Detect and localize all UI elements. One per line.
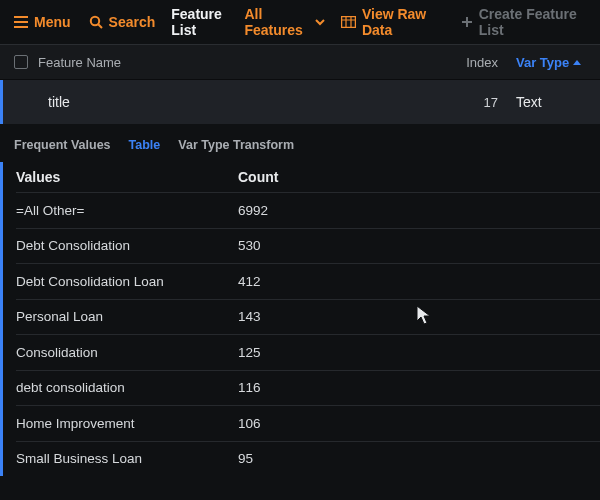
- svg-point-0: [90, 17, 98, 25]
- menu-button[interactable]: Menu: [8, 8, 77, 36]
- tab-frequent-values[interactable]: Frequent Values: [14, 138, 111, 152]
- values-cell-value: Home Improvement: [16, 416, 238, 431]
- values-cell-count: 412: [238, 274, 308, 289]
- hamburger-icon: [14, 16, 28, 28]
- feature-vartype-cell: Text: [498, 94, 586, 110]
- tab-var-type-transform[interactable]: Var Type Transform: [178, 138, 294, 152]
- create-feature-list-label: Create Feature List: [479, 6, 584, 38]
- feature-name-cell: title: [14, 94, 442, 110]
- values-cell-count: 95: [238, 451, 308, 466]
- values-row[interactable]: Consolidation125: [16, 334, 600, 370]
- feature-set-dropdown[interactable]: All Features: [244, 6, 325, 38]
- app-root: Menu Search Feature List All Features Vi…: [0, 0, 600, 500]
- col-header-var-type-label: Var Type: [516, 55, 569, 70]
- feature-row-selected[interactable]: title 17 Text: [0, 80, 600, 124]
- col-header-index[interactable]: Index: [442, 55, 498, 70]
- values-cell-value: debt consolidation: [16, 380, 238, 395]
- search-label: Search: [109, 14, 156, 30]
- values-cell-count: 6992: [238, 203, 308, 218]
- column-header-row: Feature Name Index Var Type: [0, 44, 600, 80]
- view-raw-data-label: View Raw Data: [362, 6, 443, 38]
- table-icon: [341, 16, 356, 28]
- menu-label: Menu: [34, 14, 71, 30]
- create-feature-list-button[interactable]: Create Feature List: [455, 0, 590, 44]
- values-header-values[interactable]: Values: [16, 169, 238, 185]
- values-row[interactable]: Debt Consolidation Loan412: [16, 263, 600, 299]
- values-row[interactable]: Home Improvement106: [16, 405, 600, 441]
- plus-icon: [461, 16, 473, 28]
- tab-table[interactable]: Table: [129, 138, 161, 152]
- values-cell-value: Debt Consolidation: [16, 238, 238, 253]
- view-raw-data-button[interactable]: View Raw Data: [335, 0, 449, 44]
- subtabs: Frequent Values Table Var Type Transform: [0, 124, 600, 162]
- col-header-var-type[interactable]: Var Type: [498, 55, 586, 70]
- search-button[interactable]: Search: [83, 8, 162, 36]
- sort-asc-icon: [573, 60, 581, 65]
- values-cell-count: 125: [238, 345, 308, 360]
- search-icon: [89, 15, 103, 29]
- values-row[interactable]: debt consolidation116: [16, 370, 600, 406]
- feature-list-title: Feature List: [171, 6, 238, 38]
- top-bar: Menu Search Feature List All Features Vi…: [0, 0, 600, 44]
- feature-list-title-group: Feature List All Features: [167, 0, 329, 44]
- feature-set-label: All Features: [244, 6, 310, 38]
- values-cell-count: 143: [238, 309, 308, 324]
- values-table-head: Values Count: [16, 162, 600, 192]
- values-table: Values Count =All Other=6992Debt Consoli…: [0, 162, 600, 476]
- svg-rect-1: [341, 17, 355, 28]
- values-cell-count: 116: [238, 380, 308, 395]
- col-header-feature-name[interactable]: Feature Name: [38, 55, 442, 70]
- values-cell-count: 106: [238, 416, 308, 431]
- select-all-checkbox[interactable]: [14, 55, 28, 69]
- feature-index-cell: 17: [442, 95, 498, 110]
- values-cell-value: Debt Consolidation Loan: [16, 274, 238, 289]
- values-table-body: =All Other=6992Debt Consolidation530Debt…: [16, 192, 600, 476]
- values-cell-value: Personal Loan: [16, 309, 238, 324]
- values-row[interactable]: Debt Consolidation530: [16, 228, 600, 264]
- values-cell-value: Consolidation: [16, 345, 238, 360]
- chevron-down-icon: [315, 19, 325, 26]
- values-header-count[interactable]: Count: [238, 169, 308, 185]
- values-row[interactable]: Personal Loan143: [16, 299, 600, 335]
- values-cell-count: 530: [238, 238, 308, 253]
- values-row[interactable]: Small Business Loan95: [16, 441, 600, 477]
- values-cell-value: =All Other=: [16, 203, 238, 218]
- values-row[interactable]: =All Other=6992: [16, 192, 600, 228]
- values-cell-value: Small Business Loan: [16, 451, 238, 466]
